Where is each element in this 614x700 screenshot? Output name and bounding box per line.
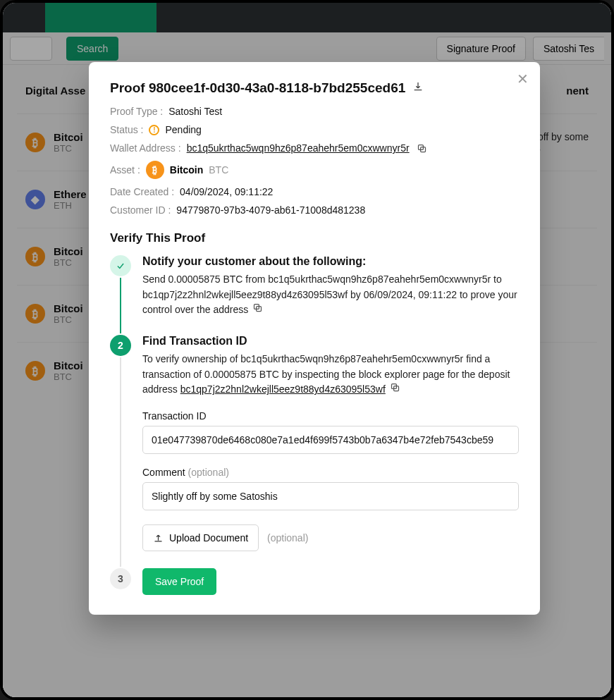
asset-label: Asset :	[110, 164, 140, 176]
comment-label: Comment (optional)	[142, 467, 519, 478]
step-2-title: Find Transaction ID	[142, 335, 519, 348]
proof-type-value: Satoshi Test	[168, 106, 222, 117]
proof-modal: ✕ Proof 980cee1f-0d30-43a0-8118-b7bd255c…	[89, 62, 540, 615]
asset-name: Bitcoin	[170, 164, 203, 176]
copy-icon[interactable]	[390, 382, 400, 393]
step-pending-badge: 3	[110, 568, 131, 589]
bitcoin-icon: ₿	[146, 161, 164, 179]
download-icon[interactable]	[412, 80, 424, 96]
modal-title: Proof 980cee1f-0d30-43a0-8118-b7bd255ced…	[110, 80, 405, 96]
asset-symbol: BTC	[209, 164, 228, 176]
close-icon[interactable]: ✕	[517, 72, 529, 86]
customer-id-value: 94779870-97b3-4079-ab61-71008d481238	[176, 204, 365, 216]
step-1: Notify your customer about the following…	[110, 255, 519, 335]
step-3: 3 Save Proof	[110, 568, 519, 595]
wallet-address-label: Wallet Address :	[110, 142, 181, 154]
date-created-label: Date Created :	[110, 186, 174, 197]
verify-section-heading: Verify This Proof	[110, 231, 519, 245]
deposit-address-link[interactable]: bc1qp7j2z2hnl2wkejll5eez9t88yd4z63095l53…	[180, 383, 386, 395]
date-created-value: 04/09/2024, 09:11:22	[180, 186, 273, 197]
step-1-description: Send 0.00005875 BTC from bc1q5ukrthac5wq…	[142, 272, 519, 318]
customer-id-label: Customer ID :	[110, 204, 171, 216]
step-2-description: To verify ownership of bc1q5ukrthac5wqn9…	[142, 352, 519, 398]
copy-icon[interactable]	[417, 143, 427, 154]
save-proof-button[interactable]: Save Proof	[142, 568, 216, 595]
transaction-id-label: Transaction ID	[142, 410, 519, 422]
step-current-badge: 2	[110, 335, 131, 356]
transaction-id-input[interactable]	[142, 426, 519, 454]
comment-input[interactable]	[142, 482, 519, 510]
step-done-badge	[110, 255, 131, 276]
step-2: 2 Find Transaction ID To verify ownershi…	[110, 335, 519, 568]
modal-title-row: Proof 980cee1f-0d30-43a0-8118-b7bd255ced…	[110, 80, 519, 96]
pending-status-icon: !	[149, 125, 159, 135]
proof-type-label: Proof Type :	[110, 106, 163, 117]
proof-meta: Proof Type : Satoshi Test Status : ! Pen…	[110, 106, 519, 216]
step-1-title: Notify your customer about the following…	[142, 255, 519, 268]
status-value: Pending	[165, 124, 201, 135]
upload-document-button[interactable]: Upload Document	[142, 524, 259, 551]
status-label: Status :	[110, 124, 143, 135]
wallet-address-link[interactable]: bc1q5ukrthac5wqn9hz6p87eahehr5em0cxwwnyr…	[187, 142, 410, 154]
copy-icon[interactable]	[252, 302, 263, 313]
upload-optional-text: (optional)	[267, 532, 308, 544]
